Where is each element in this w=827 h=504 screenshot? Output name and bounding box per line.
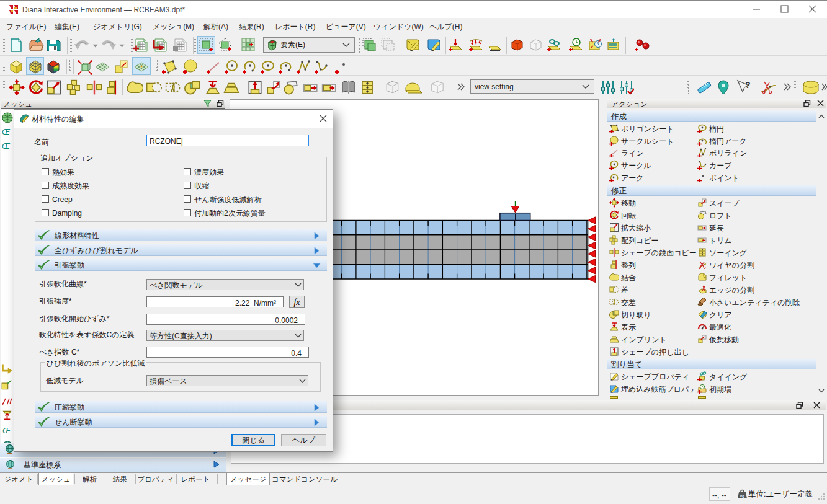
svg-text:kg: kg	[740, 494, 744, 498]
svg-text:?: ?	[745, 80, 751, 90]
